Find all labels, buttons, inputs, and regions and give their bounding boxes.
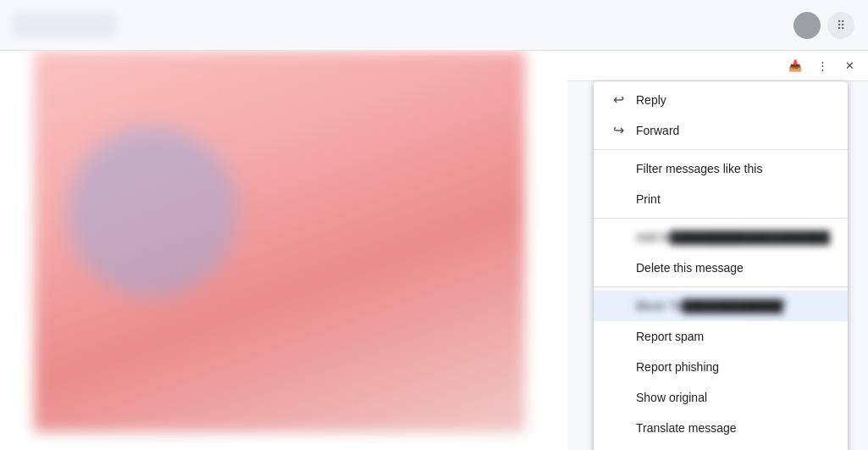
print-label: Print bbox=[636, 191, 831, 208]
reply-icon: ↩ bbox=[611, 92, 626, 108]
top-bar-right: ⠿ bbox=[793, 12, 854, 39]
menu-item-add-to-contacts[interactable]: Add M███████████████████ bbox=[594, 222, 848, 253]
archive-icon: 📥 bbox=[788, 59, 802, 72]
top-bar-left bbox=[14, 14, 115, 37]
forward-icon: ↪ bbox=[611, 123, 626, 138]
report-phishing-label: Report phishing bbox=[636, 358, 831, 375]
gmail-logo bbox=[14, 14, 115, 37]
menu-item-report-phishing[interactable]: Report phishing bbox=[594, 352, 848, 382]
forward-label: Forward bbox=[636, 122, 831, 139]
delete-message-label: Delete this message bbox=[636, 259, 831, 276]
menu-divider-5 bbox=[594, 286, 848, 287]
archive-button[interactable]: 📥 bbox=[783, 54, 807, 78]
translate-message-label: Translate message bbox=[636, 419, 831, 436]
menu-item-delete-message[interactable]: Delete this message bbox=[594, 253, 848, 283]
close-button[interactable]: ✕ bbox=[838, 54, 861, 78]
show-original-label: Show original bbox=[636, 389, 831, 406]
more-icon: ⋮ bbox=[817, 59, 828, 72]
grid-icon: ⠿ bbox=[837, 19, 845, 32]
menu-divider-3 bbox=[594, 218, 848, 219]
block-label: Block "M████████████" bbox=[636, 297, 831, 314]
menu-item-report-spam[interactable]: Report spam bbox=[594, 321, 848, 352]
menu-item-translate-message[interactable]: Translate message bbox=[594, 413, 848, 443]
reply-label: Reply bbox=[636, 92, 831, 108]
email-content-area bbox=[0, 0, 567, 450]
context-menu: ↩Reply↪ForwardFilter messages like thisP… bbox=[594, 81, 848, 450]
email-toolbar: 📥 ⋮ ✕ bbox=[567, 51, 868, 81]
email-circle-blur bbox=[68, 127, 237, 297]
menu-item-reply[interactable]: ↩Reply bbox=[594, 85, 848, 115]
menu-item-print[interactable]: Print bbox=[594, 184, 848, 214]
menu-item-forward[interactable]: ↪Forward bbox=[594, 115, 848, 146]
add-to-contacts-label: Add M███████████████████ bbox=[636, 229, 831, 246]
menu-item-show-original[interactable]: Show original bbox=[594, 382, 848, 413]
menu-divider-1 bbox=[594, 149, 848, 150]
close-icon: ✕ bbox=[845, 59, 854, 72]
menu-item-download-message[interactable]: Download message bbox=[594, 443, 848, 450]
top-bar: ⠿ bbox=[0, 0, 868, 51]
more-options-button[interactable]: ⋮ bbox=[810, 54, 834, 78]
menu-item-filter-messages[interactable]: Filter messages like this bbox=[594, 153, 848, 184]
user-avatar[interactable] bbox=[793, 12, 821, 39]
menu-item-block[interactable]: Block "M████████████" bbox=[594, 291, 848, 321]
grid-icon-btn[interactable]: ⠿ bbox=[827, 12, 854, 39]
filter-messages-label: Filter messages like this bbox=[636, 160, 831, 177]
report-spam-label: Report spam bbox=[636, 328, 831, 345]
